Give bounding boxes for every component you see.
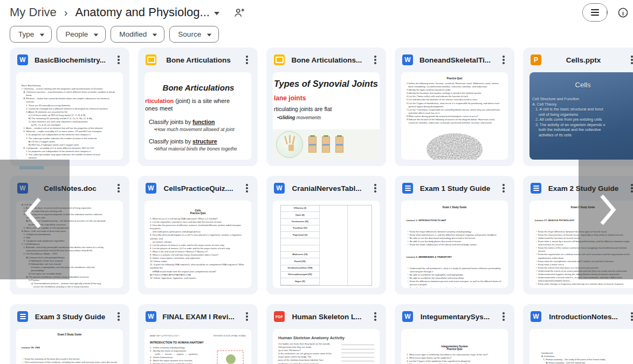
file-card-cellspracticequiz[interactable]: W CellsPracticeQuiz.... Cells Practice Q…: [138, 176, 258, 294]
preview-text: 1. Define anatomy and physiology.2. Iden…: [145, 344, 209, 364]
file-preview: ANATOMY & PHYSIOLOGY I REVIEW GUIDE (FIN…: [145, 329, 251, 364]
filter-modified-label: Modified: [119, 30, 147, 38]
powerpoint-file-icon: P: [531, 54, 541, 65]
preview-text: (joint) is a site where: [174, 98, 230, 104]
vertebrae-image: [335, 136, 343, 153]
file-name: Exam 1 Study Guide: [417, 184, 493, 193]
file-card-cranialnerves[interactable]: W CranialNervesTabl... Olfactory (I)Opti…: [266, 176, 386, 294]
filter-type[interactable]: Type: [10, 26, 52, 43]
more-options-button[interactable]: [112, 310, 125, 323]
pdf-file-icon: PDF: [274, 311, 285, 322]
file-card-exam1[interactable]: Exam 1 Study Guide Exam 1 Study Guide Le…: [395, 176, 514, 294]
more-options-button[interactable]: [369, 182, 382, 195]
preview-text: 1 Define the following terms: lacunae, c…: [401, 80, 508, 129]
preview-heading: Integumentary System: [401, 329, 508, 348]
file-card-bone-articulations[interactable]: Bone Articulations Bone Articulations rt…: [138, 47, 258, 166]
more-options-button[interactable]: [240, 310, 253, 323]
preview-text: ones meet: [145, 105, 248, 113]
preview-text: rticulating joints are flat: [274, 106, 380, 112]
file-preview: Basic BiochemistryI. Chemistry – science…: [16, 72, 123, 160]
file-name: BasicBiochemistry...: [32, 56, 108, 64]
file-name: Bone Articulations...: [289, 56, 364, 64]
breadcrumb-separator-icon: ›: [63, 6, 69, 19]
more-options-button[interactable]: [112, 53, 125, 66]
more-options-button[interactable]: [240, 53, 253, 66]
info-icon[interactable]: [617, 7, 629, 18]
file-grid: W BasicBiochemistry... Basic Biochemistr…: [10, 47, 633, 364]
breadcrumb-my-drive[interactable]: My Drive: [10, 5, 57, 19]
more-options-button[interactable]: [497, 310, 510, 323]
file-preview: Integumentary System Practice Quiz 1. Wh…: [401, 329, 508, 364]
google-docs-icon: [531, 183, 541, 194]
filter-people[interactable]: People: [57, 26, 106, 43]
filter-source[interactable]: Source: [169, 26, 219, 43]
carousel-left-overlay: [0, 160, 70, 279]
chevron-down-icon: [153, 33, 157, 36]
filter-people-label: People: [65, 30, 88, 38]
previous-arrow[interactable]: [23, 196, 44, 230]
preview-text: rticulation: [145, 98, 174, 104]
more-options-button[interactable]: [369, 310, 382, 323]
file-name: IntegumentarySys...: [417, 313, 493, 321]
file-card-exam3[interactable]: Exam 3 Study Guide Exam 3 Study Guide Le…: [10, 304, 129, 364]
slide-title: Types of Synovial Joints: [274, 79, 380, 89]
filter-chips: Type People Modified Source: [10, 26, 219, 43]
preview-text: Basic BiochemistryI. Chemistry – science…: [16, 72, 123, 160]
preview-text: lane joints: [274, 94, 380, 102]
word-file-icon: W: [146, 311, 156, 322]
breadcrumb-current-folder[interactable]: Anatomy and Physiolog...: [75, 5, 219, 19]
slide-title: Cells: [529, 81, 633, 89]
more-options-button[interactable]: [240, 182, 253, 195]
file-preview: Practice Quiz 1 Define the following ter…: [401, 72, 508, 160]
file-card-bone-articulations-2[interactable]: Bone Articulations... Types of Synovial …: [266, 47, 386, 166]
file-name: Exam 3 Study Guide: [32, 313, 108, 321]
hand-bones-image: [276, 131, 303, 158]
preview-text: •Gliding movements: [277, 115, 380, 120]
more-options-button[interactable]: [497, 53, 510, 66]
preview-text: Our bodies are more than they figure on …: [273, 342, 337, 364]
next-arrow[interactable]: [597, 193, 618, 226]
preview-text: ANATOMY & PHYSIOLOGY I: [150, 334, 180, 337]
preview-text: structure: [192, 138, 217, 145]
preview-text: function: [192, 119, 215, 125]
more-options-button[interactable]: [625, 53, 633, 66]
bone-tissue-image: [401, 132, 508, 160]
file-card-humanskeleton[interactable]: PDF Human Skeleton L... Human Skeleton A…: [266, 304, 386, 364]
more-options-button[interactable]: [112, 182, 125, 195]
more-options-button[interactable]: [497, 182, 510, 195]
word-file-icon: W: [146, 183, 156, 194]
filter-source-label: Source: [178, 30, 201, 38]
list-view-button[interactable]: [583, 4, 607, 21]
file-card-boneandskeletal[interactable]: W BoneandSkeletalTi... Practice Quiz 1 D…: [395, 47, 514, 166]
filter-modified[interactable]: Modified: [111, 26, 164, 43]
preview-text: •How much movement allowed at joint: [154, 127, 248, 132]
header-actions: [582, 3, 629, 22]
file-preview: Human Skeleton Anatomy Activity Our bodi…: [273, 329, 380, 364]
more-options-button[interactable]: [369, 53, 382, 66]
file-card-finalexam[interactable]: W FINAL EXAM I Revi... ANATOMY & PHYSIOL…: [138, 304, 258, 364]
vertebrae-image: [308, 136, 316, 153]
file-name: IntroductionNotes...: [546, 313, 621, 321]
file-card-introductionnotes[interactable]: W IntroductionNotes... IntroductionA. De…: [523, 304, 633, 364]
word-file-icon: W: [402, 311, 413, 322]
header-bar: My Drive › Anatomy and Physiolog...: [10, 3, 629, 22]
more-options-button[interactable]: [625, 310, 633, 323]
file-card-basicbiochemistry[interactable]: W BasicBiochemistry... Basic Biochemistr…: [10, 47, 129, 166]
word-file-icon: W: [531, 311, 541, 322]
person-add-icon: [233, 7, 245, 18]
file-name: FINAL EXAM I Revi...: [161, 313, 236, 321]
preview-heading: Cells: [145, 201, 251, 212]
slides-file-icon: [146, 54, 156, 65]
slide-title: Bone Articulations: [149, 83, 248, 92]
file-card-cells-pptx[interactable]: P Cells.pptx Cells Cell Structure and Fu…: [523, 47, 633, 166]
chevron-down-icon: [94, 33, 99, 36]
breadcrumb-current-label: Anatomy and Physiolog...: [75, 5, 209, 19]
preview-heading: Practice Quiz: [401, 72, 508, 80]
file-preview: Cells Cell Structure and FunctionA. Cell…: [529, 72, 633, 160]
vertebrae-image: [322, 136, 330, 153]
file-card-integumentary[interactable]: W IntegumentarySys... Integumentary Syst…: [395, 304, 514, 364]
joints-illustration: [273, 129, 380, 160]
file-preview: Types of Synovial Joints lane joints rti…: [273, 72, 380, 160]
preview-text: 1. What tissue type is commonly classifi…: [401, 351, 508, 364]
file-preview: Cells Practice Quiz 1. What occurs in a …: [145, 201, 251, 288]
